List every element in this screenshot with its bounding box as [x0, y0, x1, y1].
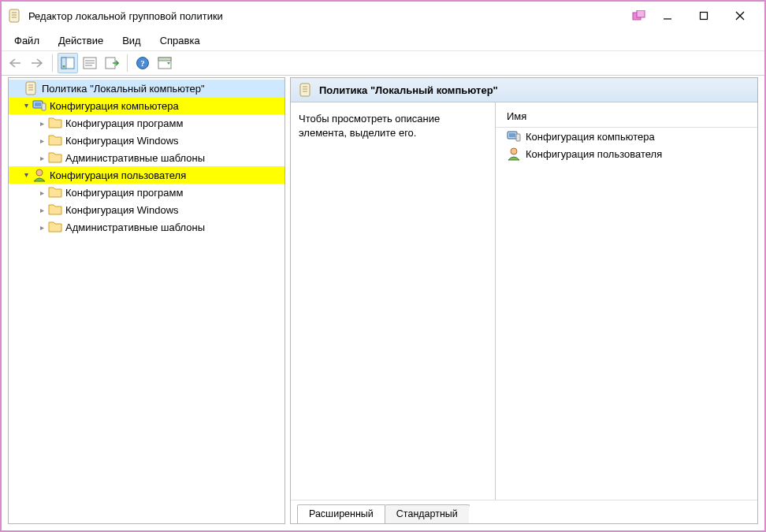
scroll-icon: [24, 81, 39, 95]
chevron-right-icon[interactable]: [35, 136, 48, 145]
menu-file[interactable]: Файл: [6, 33, 47, 48]
tree-item[interactable]: Конфигурация Windows: [9, 201, 284, 218]
scroll-icon: [299, 83, 313, 97]
details-body: Чтобы просмотреть описание элемента, выд…: [291, 102, 757, 500]
properties-button[interactable]: [80, 53, 100, 73]
toolbar-separator: [52, 54, 53, 72]
svg-rect-9: [637, 10, 645, 17]
window-title: Редактор локальной групповой политики: [28, 10, 632, 22]
folder-icon: [48, 151, 62, 165]
app-icon: [8, 9, 22, 23]
menu-action[interactable]: Действие: [50, 33, 111, 48]
tree-computer-config[interactable]: Конфигурация компьютера: [9, 97, 284, 114]
tree-label: Политика "Локальный компьютер": [42, 83, 205, 95]
export-button[interactable]: [102, 53, 122, 73]
menu-view[interactable]: Вид: [114, 33, 149, 48]
computer-icon: [32, 99, 46, 113]
folder-icon: [48, 116, 62, 130]
tree-label: Конфигурация программ: [65, 117, 183, 129]
filter-button[interactable]: [154, 53, 175, 73]
show-tree-button[interactable]: [58, 53, 78, 73]
tree-item[interactable]: Конфигурация программ: [9, 184, 284, 201]
list-item-label: Конфигурация пользователя: [526, 148, 662, 160]
column-header-name[interactable]: Имя: [496, 106, 757, 128]
chevron-down-icon[interactable]: [20, 102, 32, 110]
tree-pane: Политика "Локальный компьютер" Конфигура…: [8, 77, 285, 524]
window-frame: Редактор локальной групповой политики Фа…: [0, 0, 766, 532]
chevron-down-icon[interactable]: [20, 171, 32, 180]
list-item[interactable]: Конфигурация пользователя: [496, 145, 757, 162]
policy-tree[interactable]: Политика "Локальный компьютер" Конфигура…: [9, 78, 284, 237]
user-icon: [32, 168, 46, 182]
details-list: Имя Конфигурация компьютера Конфигурация…: [496, 102, 757, 500]
titlebar: Редактор локальной групповой политики: [2, 2, 764, 30]
chevron-right-icon[interactable]: [35, 188, 48, 197]
tab-standard[interactable]: Стандартный: [385, 504, 470, 523]
content-area: Политика "Локальный компьютер" Конфигура…: [8, 77, 758, 524]
svg-rect-25: [158, 58, 171, 61]
folder-icon: [48, 203, 62, 217]
close-button[interactable]: [722, 4, 758, 28]
list-item-label: Конфигурация компьютера: [526, 131, 655, 143]
tree-user-config[interactable]: Конфигурация пользователя: [9, 166, 284, 184]
svg-text:?: ?: [140, 58, 145, 68]
chevron-right-icon[interactable]: [35, 154, 48, 162]
tree-label: Конфигурация пользователя: [50, 169, 186, 181]
toolbar: ?: [2, 50, 764, 76]
toolbar-separator: [127, 54, 128, 72]
tab-extended[interactable]: Расширенный: [297, 504, 385, 523]
user-icon: [507, 147, 521, 161]
maximize-button[interactable]: [686, 4, 722, 28]
tab-strip: Расширенный Стандартный: [291, 500, 757, 523]
svg-rect-16: [63, 65, 65, 68]
nav-forward-button[interactable]: [27, 53, 47, 73]
details-header: Политика "Локальный компьютер": [291, 78, 757, 102]
tree-item[interactable]: Конфигурация программ: [9, 114, 284, 132]
menu-help[interactable]: Справка: [152, 33, 208, 48]
chevron-right-icon[interactable]: [35, 223, 48, 232]
tree-item[interactable]: Конфигурация Windows: [9, 132, 284, 149]
tree-label: Конфигурация программ: [65, 187, 183, 199]
list-item[interactable]: Конфигурация компьютера: [496, 128, 757, 145]
details-title: Политика "Локальный компьютер": [319, 84, 498, 96]
details-pane: Политика "Локальный компьютер" Чтобы про…: [290, 77, 758, 524]
computer-icon: [507, 129, 521, 143]
svg-rect-11: [701, 13, 708, 20]
folder-icon: [48, 185, 62, 199]
menubar: Файл Действие Вид Справка: [2, 30, 764, 50]
taskbar-overlay-icon: [632, 10, 646, 21]
chevron-right-icon[interactable]: [35, 206, 48, 214]
tree-label: Конфигурация компьютера: [50, 100, 179, 112]
folder-icon: [48, 220, 62, 234]
nav-back-button[interactable]: [5, 53, 25, 73]
minimize-button[interactable]: [649, 4, 686, 28]
tree-item[interactable]: Административные шаблоны: [9, 149, 284, 166]
tree-label: Административные шаблоны: [65, 152, 205, 164]
tree-label: Конфигурация Windows: [65, 135, 179, 147]
tree-label: Конфигурация Windows: [65, 204, 179, 216]
tree-root[interactable]: Политика "Локальный компьютер": [9, 80, 284, 97]
folder-icon: [48, 133, 62, 147]
details-description: Чтобы просмотреть описание элемента, выд…: [291, 102, 496, 500]
help-button[interactable]: ?: [132, 53, 153, 73]
tree-item[interactable]: Административные шаблоны: [9, 218, 284, 236]
tree-label: Административные шаблоны: [65, 221, 205, 233]
chevron-right-icon[interactable]: [35, 119, 48, 128]
